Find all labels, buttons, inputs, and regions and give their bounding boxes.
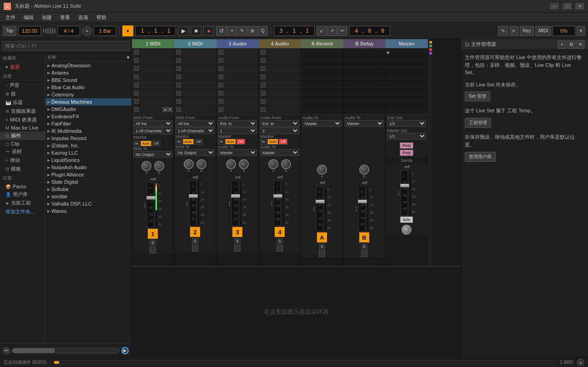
plugin-item-19[interactable]: ▶Valhalla DSP, LLC (45, 200, 131, 207)
send-b-knob-2[interactable] (196, 159, 206, 169)
clip-slot-1-4[interactable] (132, 73, 174, 81)
audio-channel-select-4[interactable]: 2 (260, 127, 299, 134)
clip-slot-4-5[interactable] (259, 81, 301, 89)
activator-btn-2[interactable] (192, 245, 198, 251)
record-button[interactable]: ● (122, 25, 133, 36)
clip-slot-1-2[interactable] (132, 56, 174, 65)
loop-start-btn[interactable]: ↙ (317, 26, 327, 36)
post-btn-2[interactable]: Post (400, 150, 413, 156)
solo-btn-4[interactable]: S (276, 238, 283, 244)
plugin-item-2[interactable]: ▶BBE Sound (45, 76, 131, 84)
midi-to-select-1[interactable]: No Output (133, 151, 172, 158)
clip-slot-3-5[interactable] (216, 81, 258, 89)
instrument-item[interactable]: 🎹 乐器 (0, 98, 45, 107)
add-folder-item[interactable]: 添加文件夹... (0, 207, 45, 216)
menu-help[interactable]: 帮助 (93, 13, 110, 22)
maximize-button[interactable]: □ (563, 3, 572, 10)
pencil-button[interactable]: ✎ (498, 26, 508, 36)
monitor-off-btn-1[interactable]: Off (152, 141, 161, 146)
midi-to-select-2[interactable]: No Output (176, 149, 215, 156)
clip-slot-3-4[interactable] (216, 73, 258, 81)
audio-from-select-4[interactable]: Ext. In (260, 120, 299, 127)
plugin-item-5[interactable]: ▶Devious Machines (45, 98, 131, 106)
monitor-off-btn-2[interactable]: Off (194, 139, 203, 145)
master-solo-button[interactable]: Solo (400, 216, 413, 223)
clip-slot-3-3[interactable] (216, 65, 258, 73)
plugin-item-9[interactable]: ▶IK Multimedia (45, 127, 131, 135)
activator-btn-1[interactable] (150, 247, 156, 253)
clip-slot-3-2[interactable] (216, 56, 258, 65)
midi-channel-select-2[interactable]: 1 All Channels (176, 127, 215, 134)
midi-from-select-2[interactable]: All Ins (176, 120, 215, 127)
fader-track-4[interactable]: 01224364860 (274, 181, 281, 226)
draw-button[interactable]: ✎ (237, 26, 247, 36)
plugin-item-6[interactable]: ▶DMGAudio (45, 106, 131, 113)
grid-view-button[interactable]: ≡ (509, 26, 518, 36)
status-up-btn[interactable]: ▲ (577, 359, 584, 366)
activator-btn-b[interactable] (361, 251, 367, 257)
clip-slot-button[interactable] (134, 83, 139, 87)
nav-up[interactable]: ▲ (163, 107, 167, 112)
clip-slot-4-6[interactable] (259, 89, 301, 97)
monitor-auto-btn-4[interactable]: Auto (267, 139, 278, 145)
monitor-in-btn-4[interactable]: In (260, 139, 267, 145)
clip-slot-button[interactable] (134, 99, 139, 104)
current-project-item[interactable]: ◈ 当前工程 (0, 199, 45, 207)
activator-btn-4[interactable] (276, 245, 283, 251)
clip-slot-4-1[interactable] (259, 48, 301, 56)
clip-slot-2-3[interactable] (174, 65, 216, 73)
menu-create[interactable]: 创建 (38, 13, 55, 22)
track-a-header[interactable]: A Reverb (301, 39, 343, 48)
audio-channel-select-3[interactable]: 1 (218, 127, 257, 134)
monitor-in-btn-2[interactable]: In (176, 139, 182, 145)
send-a-knob-4[interactable] (268, 159, 278, 169)
max-live-item[interactable]: M Max for Live (0, 124, 45, 131)
audio-to-select-a[interactable]: Master (302, 120, 342, 127)
cue-out-select[interactable]: 1/2 (387, 120, 426, 127)
send-knob-b[interactable] (359, 165, 369, 175)
loop-back-btn[interactable]: ↩ (337, 26, 347, 36)
clip-slot-4-3[interactable] (259, 65, 301, 73)
drum-item[interactable]: ⊞ 鼓 (0, 90, 45, 98)
file-manager-add-btn[interactable]: + (558, 40, 566, 49)
plugin-item-7[interactable]: ▶EndeavorFX (45, 113, 131, 120)
set-manage-button[interactable]: Set 管理 (465, 91, 490, 101)
clip-slot-1-6[interactable] (132, 89, 174, 97)
plugin-item-17[interactable]: ▶Softube (45, 186, 131, 193)
clip-slot-3-6[interactable] (216, 89, 258, 97)
packs-item[interactable]: 📦 Packs (0, 183, 45, 190)
audio-effects-item[interactable]: ≋ 音频效果器 (0, 107, 45, 116)
audio-to-select-3[interactable]: Master (218, 149, 257, 156)
user-lib-manage-button[interactable]: 管理用户库 (465, 152, 496, 162)
track-1-header[interactable]: 1 MIDI (132, 39, 174, 48)
solo-btn-1[interactable]: S (150, 240, 156, 246)
stop-button[interactable]: ■ (191, 26, 201, 36)
samples-item[interactable]: 〜 采样 (0, 147, 45, 156)
track-master-header[interactable]: Master (386, 39, 428, 48)
midi-label[interactable]: MIDI (535, 26, 551, 36)
record-transport-button[interactable]: ● (203, 26, 214, 36)
solo-btn-a[interactable]: S (319, 243, 325, 250)
nav-down[interactable]: ▼ (168, 107, 172, 112)
clip-slot-1-8[interactable]: ▲▼ (132, 106, 174, 114)
cpu-dropdown[interactable]: ▾ (577, 26, 585, 36)
monitor-auto-btn-3[interactable]: Auto (225, 139, 236, 145)
clip-slot-button[interactable] (134, 91, 139, 96)
close-button[interactable]: ✕ (575, 3, 584, 10)
plugin-item-8[interactable]: ▶FabFilter (45, 120, 131, 127)
clip-slot-2-6[interactable] (174, 89, 216, 97)
monitor-off-btn-3[interactable]: Off (236, 139, 245, 145)
track-2-header[interactable]: 2 MIDI (174, 39, 216, 48)
tempo-display[interactable]: 120.00 (18, 26, 41, 36)
clip-slot-4-2[interactable] (259, 56, 301, 65)
clip-slot-1-1[interactable] (132, 48, 174, 56)
plugin-item-12[interactable]: ▶Kazrog LLC (45, 149, 131, 156)
clip-slot-1-3[interactable] (132, 65, 174, 73)
file-manager-settings-btn[interactable]: ⚙ (567, 40, 575, 49)
plugin-item-14[interactable]: ▶NoiseAsh Audio (45, 164, 131, 171)
master-play-btn[interactable]: ▶ (387, 50, 390, 55)
clip-slot-2-4[interactable] (174, 73, 216, 81)
plugin-item-13[interactable]: ▶LiquidSonics (45, 156, 131, 164)
track-b-header[interactable]: B Delay (343, 39, 386, 48)
browser-preview-button[interactable]: ▶ (121, 347, 129, 354)
